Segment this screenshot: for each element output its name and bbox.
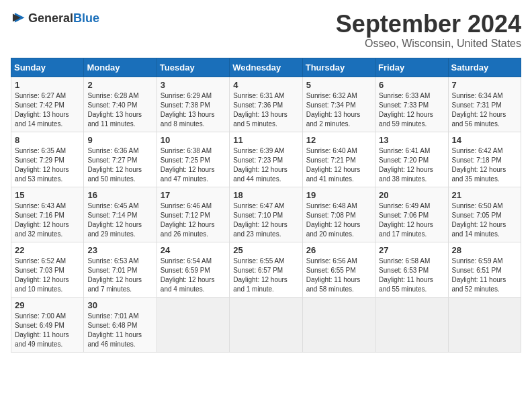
calendar-cell: 29Sunrise: 7:00 AMSunset: 6:49 PMDayligh… bbox=[11, 297, 84, 352]
day-number: 2 bbox=[87, 80, 152, 90]
cell-text: Sunrise: 6:46 AMSunset: 7:12 PMDaylight:… bbox=[161, 201, 226, 239]
calendar-cell: 17Sunrise: 6:46 AMSunset: 7:12 PMDayligh… bbox=[157, 187, 229, 242]
day-number: 13 bbox=[379, 135, 444, 145]
calendar-week-4: 22Sunrise: 6:52 AMSunset: 7:03 PMDayligh… bbox=[11, 242, 521, 297]
day-number: 11 bbox=[233, 135, 298, 145]
cell-text: Sunrise: 6:28 AMSunset: 7:40 PMDaylight:… bbox=[87, 91, 152, 129]
cell-text: Sunrise: 6:45 AMSunset: 7:14 PMDaylight:… bbox=[87, 201, 152, 239]
cell-text: Sunrise: 6:40 AMSunset: 7:21 PMDaylight:… bbox=[306, 146, 371, 184]
calendar-cell: 18Sunrise: 6:47 AMSunset: 7:10 PMDayligh… bbox=[230, 187, 302, 242]
cell-text: Sunrise: 6:58 AMSunset: 6:53 PMDaylight:… bbox=[379, 257, 444, 294]
weekday-header-sunday: Sunday bbox=[11, 58, 84, 77]
day-number: 22 bbox=[15, 245, 80, 255]
calendar-cell: 2Sunrise: 6:28 AMSunset: 7:40 PMDaylight… bbox=[84, 77, 157, 132]
logo: GeneralBlue bbox=[11, 11, 99, 26]
cell-text: Sunrise: 6:36 AMSunset: 7:27 PMDaylight:… bbox=[87, 146, 152, 184]
cell-text: Sunrise: 6:50 AMSunset: 7:05 PMDaylight:… bbox=[452, 201, 517, 239]
calendar-cell: 28Sunrise: 6:59 AMSunset: 6:51 PMDayligh… bbox=[448, 242, 521, 297]
calendar-cell bbox=[375, 297, 448, 352]
day-number: 18 bbox=[233, 190, 298, 200]
day-number: 4 bbox=[233, 80, 298, 90]
weekday-header-monday: Monday bbox=[84, 58, 157, 77]
calendar-week-1: 1Sunrise: 6:27 AMSunset: 7:42 PMDaylight… bbox=[11, 77, 521, 132]
calendar-cell: 25Sunrise: 6:55 AMSunset: 6:57 PMDayligh… bbox=[230, 242, 302, 297]
day-number: 24 bbox=[161, 245, 226, 255]
cell-text: Sunrise: 6:49 AMSunset: 7:06 PMDaylight:… bbox=[379, 201, 444, 239]
day-number: 3 bbox=[161, 80, 226, 90]
calendar-cell bbox=[157, 297, 229, 352]
cell-text: Sunrise: 6:27 AMSunset: 7:42 PMDaylight:… bbox=[15, 91, 80, 129]
weekday-header-tuesday: Tuesday bbox=[157, 58, 229, 77]
calendar-cell: 4Sunrise: 6:31 AMSunset: 7:36 PMDaylight… bbox=[230, 77, 302, 132]
day-number: 20 bbox=[379, 190, 444, 200]
day-number: 28 bbox=[452, 245, 517, 255]
weekday-header-friday: Friday bbox=[375, 58, 448, 77]
day-number: 12 bbox=[306, 135, 371, 145]
day-number: 17 bbox=[161, 190, 226, 200]
calendar-week-2: 8Sunrise: 6:35 AMSunset: 7:29 PMDaylight… bbox=[11, 132, 521, 187]
cell-text: Sunrise: 6:47 AMSunset: 7:10 PMDaylight:… bbox=[233, 201, 298, 239]
calendar-cell: 12Sunrise: 6:40 AMSunset: 7:21 PMDayligh… bbox=[302, 132, 375, 187]
cell-text: Sunrise: 6:38 AMSunset: 7:25 PMDaylight:… bbox=[161, 146, 226, 184]
day-number: 1 bbox=[15, 80, 80, 90]
calendar-cell: 3Sunrise: 6:29 AMSunset: 7:38 PMDaylight… bbox=[157, 77, 229, 132]
cell-text: Sunrise: 6:43 AMSunset: 7:16 PMDaylight:… bbox=[15, 201, 80, 239]
cell-text: Sunrise: 6:35 AMSunset: 7:29 PMDaylight:… bbox=[15, 146, 80, 184]
cell-text: Sunrise: 6:54 AMSunset: 6:59 PMDaylight:… bbox=[161, 257, 226, 294]
day-number: 30 bbox=[87, 300, 152, 310]
day-number: 15 bbox=[15, 190, 80, 200]
month-title: September 2024 bbox=[336, 11, 521, 38]
cell-text: Sunrise: 6:39 AMSunset: 7:23 PMDaylight:… bbox=[233, 146, 298, 184]
cell-text: Sunrise: 6:53 AMSunset: 7:01 PMDaylight:… bbox=[87, 257, 152, 294]
calendar-cell: 26Sunrise: 6:56 AMSunset: 6:55 PMDayligh… bbox=[302, 242, 375, 297]
cell-text: Sunrise: 6:56 AMSunset: 6:55 PMDaylight:… bbox=[306, 257, 371, 294]
location-title: Osseo, Wisconsin, United States bbox=[336, 38, 521, 50]
logo-general-text: General bbox=[28, 11, 73, 25]
cell-text: Sunrise: 7:00 AMSunset: 6:49 PMDaylight:… bbox=[15, 312, 80, 349]
calendar-cell: 21Sunrise: 6:50 AMSunset: 7:05 PMDayligh… bbox=[448, 187, 521, 242]
cell-text: Sunrise: 6:29 AMSunset: 7:38 PMDaylight:… bbox=[161, 91, 226, 129]
weekday-header-thursday: Thursday bbox=[302, 58, 375, 77]
calendar-cell bbox=[230, 297, 302, 352]
day-number: 21 bbox=[452, 190, 517, 200]
calendar-cell: 13Sunrise: 6:41 AMSunset: 7:20 PMDayligh… bbox=[375, 132, 448, 187]
cell-text: Sunrise: 7:01 AMSunset: 6:48 PMDaylight:… bbox=[87, 312, 152, 349]
calendar-table: SundayMondayTuesdayWednesdayThursdayFrid… bbox=[11, 58, 521, 353]
logo-icon bbox=[11, 11, 26, 26]
calendar-cell: 9Sunrise: 6:36 AMSunset: 7:27 PMDaylight… bbox=[84, 132, 157, 187]
calendar-cell: 20Sunrise: 6:49 AMSunset: 7:06 PMDayligh… bbox=[375, 187, 448, 242]
day-number: 8 bbox=[15, 135, 80, 145]
page-header: GeneralBlue September 2024 Osseo, Wiscon… bbox=[11, 11, 521, 50]
calendar-cell: 7Sunrise: 6:34 AMSunset: 7:31 PMDaylight… bbox=[448, 77, 521, 132]
calendar-cell: 24Sunrise: 6:54 AMSunset: 6:59 PMDayligh… bbox=[157, 242, 229, 297]
cell-text: Sunrise: 6:55 AMSunset: 6:57 PMDaylight:… bbox=[233, 257, 298, 294]
calendar-cell: 23Sunrise: 6:53 AMSunset: 7:01 PMDayligh… bbox=[84, 242, 157, 297]
day-number: 7 bbox=[452, 80, 517, 90]
calendar-cell bbox=[302, 297, 375, 352]
day-number: 19 bbox=[306, 190, 371, 200]
calendar-cell: 14Sunrise: 6:42 AMSunset: 7:18 PMDayligh… bbox=[448, 132, 521, 187]
day-number: 14 bbox=[452, 135, 517, 145]
title-block: September 2024 Osseo, Wisconsin, United … bbox=[336, 11, 521, 50]
day-number: 9 bbox=[87, 135, 152, 145]
weekday-header-wednesday: Wednesday bbox=[230, 58, 302, 77]
cell-text: Sunrise: 6:42 AMSunset: 7:18 PMDaylight:… bbox=[452, 146, 517, 184]
day-number: 10 bbox=[161, 135, 226, 145]
cell-text: Sunrise: 6:41 AMSunset: 7:20 PMDaylight:… bbox=[379, 146, 444, 184]
day-number: 6 bbox=[379, 80, 444, 90]
cell-text: Sunrise: 6:59 AMSunset: 6:51 PMDaylight:… bbox=[452, 257, 517, 294]
calendar-week-3: 15Sunrise: 6:43 AMSunset: 7:16 PMDayligh… bbox=[11, 187, 521, 242]
calendar-cell: 1Sunrise: 6:27 AMSunset: 7:42 PMDaylight… bbox=[11, 77, 84, 132]
cell-text: Sunrise: 6:52 AMSunset: 7:03 PMDaylight:… bbox=[15, 257, 80, 294]
calendar-week-5: 29Sunrise: 7:00 AMSunset: 6:49 PMDayligh… bbox=[11, 297, 521, 352]
day-number: 25 bbox=[233, 245, 298, 255]
day-number: 5 bbox=[306, 80, 371, 90]
cell-text: Sunrise: 6:32 AMSunset: 7:34 PMDaylight:… bbox=[306, 91, 371, 129]
calendar-cell: 6Sunrise: 6:33 AMSunset: 7:33 PMDaylight… bbox=[375, 77, 448, 132]
day-number: 29 bbox=[15, 300, 80, 310]
calendar-cell: 15Sunrise: 6:43 AMSunset: 7:16 PMDayligh… bbox=[11, 187, 84, 242]
calendar-cell: 8Sunrise: 6:35 AMSunset: 7:29 PMDaylight… bbox=[11, 132, 84, 187]
calendar-cell: 30Sunrise: 7:01 AMSunset: 6:48 PMDayligh… bbox=[84, 297, 157, 352]
cell-text: Sunrise: 6:34 AMSunset: 7:31 PMDaylight:… bbox=[452, 91, 517, 129]
calendar-cell: 16Sunrise: 6:45 AMSunset: 7:14 PMDayligh… bbox=[84, 187, 157, 242]
